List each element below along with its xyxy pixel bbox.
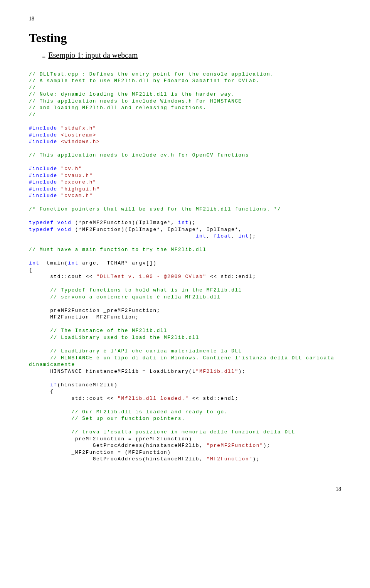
code-line: // DLLTest.cpp : Defines the entry point…	[29, 71, 274, 77]
code-keyword: if	[50, 382, 57, 388]
code-string: <windows.h>	[61, 139, 100, 145]
code-keyword: #include	[29, 179, 57, 185]
code-text: (hinstanceMF2lib)	[57, 382, 118, 388]
code-keyword: #include	[29, 166, 57, 172]
page-number-top: 18	[29, 15, 341, 23]
code-text: );	[263, 443, 270, 448]
code-text: HINSTANCE hinstanceMF2lib = LoadLibrary(…	[29, 369, 196, 374]
code-line: // This application needs to include cv.…	[29, 152, 249, 158]
code-string: "MF2lib.dll"	[196, 369, 239, 374]
code-text	[29, 233, 196, 239]
code-keyword: void	[57, 227, 72, 233]
code-text: ,	[207, 233, 214, 239]
page-title: Testing	[29, 30, 341, 46]
code-line: // LoadLibrary è l'API che carica materi…	[29, 348, 242, 354]
code-line: // and loading MF2lib.dll and releasing …	[29, 105, 207, 111]
code-line: // A sample test to use MF2lib.dll by Ed…	[29, 78, 260, 84]
code-text: _tmain(	[40, 260, 68, 266]
code-keyword: #include	[29, 193, 57, 199]
code-text: (*preMF2Function)(IplImage*,	[72, 220, 178, 226]
code-text: std::cout <<	[29, 274, 96, 280]
code-string: "preMF2Function"	[207, 443, 263, 448]
code-text: _MF2Function = (MF2Function)	[29, 450, 171, 455]
code-text: _preMF2Function = (preMF2Function)	[29, 436, 192, 442]
code-string: "DLLTest v. 1.00 - @2009 CVLab"	[96, 274, 207, 280]
code-string: "stdafx.h"	[61, 125, 96, 131]
code-text: GetProcAddress(hinstanceMF2lib,	[29, 456, 207, 462]
code-keyword: void	[57, 220, 72, 226]
code-line: // LoadLibrary used to load the MF2lib.d…	[29, 335, 199, 340]
code-string: "cvcam.h"	[61, 193, 93, 199]
code-keyword: int	[239, 233, 249, 239]
code-text: << std::endl;	[207, 274, 256, 280]
code-line: /* Function pointers that will be used f…	[29, 206, 281, 212]
code-keyword: #include	[29, 132, 57, 138]
code-text: preMF2Function _preMF2Function;	[29, 308, 160, 313]
code-keyword: int	[178, 220, 189, 226]
code-keyword: float	[214, 233, 231, 239]
code-string: "MF2Function"	[207, 456, 253, 462]
code-keyword: int	[29, 260, 40, 266]
code-line: // HiNSTANCE è un tipo di dati in Window…	[29, 355, 334, 361]
page-number-bottom: 18	[29, 486, 341, 493]
code-string: "cv.h"	[61, 166, 82, 172]
code-text: std::cout <<	[29, 396, 118, 401]
code-string: "highgui.h"	[61, 186, 100, 192]
code-keyword: int	[196, 233, 207, 239]
code-keyword: typedef	[29, 220, 54, 226]
code-text: {	[29, 267, 32, 273]
code-text: MF2Function _MF2Function;	[29, 314, 139, 320]
code-keyword: #include	[29, 139, 57, 145]
code-text: );	[252, 456, 259, 462]
code-line: // trova l'esatta posizione in memoria d…	[29, 429, 295, 435]
code-text: );	[249, 233, 256, 239]
code-string: "cxcore.h"	[61, 179, 96, 185]
code-string: "cvaux.h"	[61, 173, 93, 179]
code-text	[29, 382, 50, 388]
code-block: // DLLTest.cpp : Defines the entry point…	[29, 71, 341, 463]
code-line: // This application needs to include Win…	[29, 98, 242, 104]
code-string: "Mf2lib.dll loaded."	[118, 396, 188, 401]
code-text: << std::endl;	[189, 396, 239, 401]
code-keyword: int	[68, 260, 79, 266]
code-line: // Our MF2lib.dll is loaded and ready to…	[29, 409, 228, 415]
code-text: GetProcAddress(hinstanceMF2lib,	[29, 443, 207, 448]
code-line: dinamicamente	[29, 362, 75, 367]
code-text: );	[239, 369, 246, 374]
code-keyword: typedef	[29, 227, 54, 233]
code-text: );	[189, 220, 196, 226]
code-keyword: #include	[29, 125, 57, 131]
subtitle: Esempio 1: input da webcam	[48, 51, 138, 59]
code-text: (*MF2Function)(IplImage*, IplImage*, Ipl…	[72, 227, 242, 233]
code-line: // Note: dynamic loading the MF2lib.dll …	[29, 91, 235, 97]
code-line: //	[29, 112, 36, 118]
code-string: <iostream>	[61, 132, 96, 138]
code-text: {	[29, 389, 54, 394]
code-keyword: #include	[29, 186, 57, 192]
code-text: ,	[231, 233, 238, 239]
code-line: // Must have a main function to try the …	[29, 247, 207, 253]
code-line: // Typedef functions to hold what is in …	[29, 287, 242, 293]
code-line: //	[29, 85, 36, 91]
subtitle-row: - Esempio 1: input da webcam	[42, 49, 341, 63]
code-line: // The Instance of the MF2lib.dll	[29, 328, 167, 334]
subtitle-dash: -	[42, 50, 45, 62]
code-line: // servono a contenere quanto è nella MF…	[29, 294, 221, 300]
code-line: // Set up our function pointers.	[29, 416, 185, 421]
code-keyword: #include	[29, 173, 57, 179]
code-text: argc, _TCHAR* argv[])	[79, 260, 157, 266]
